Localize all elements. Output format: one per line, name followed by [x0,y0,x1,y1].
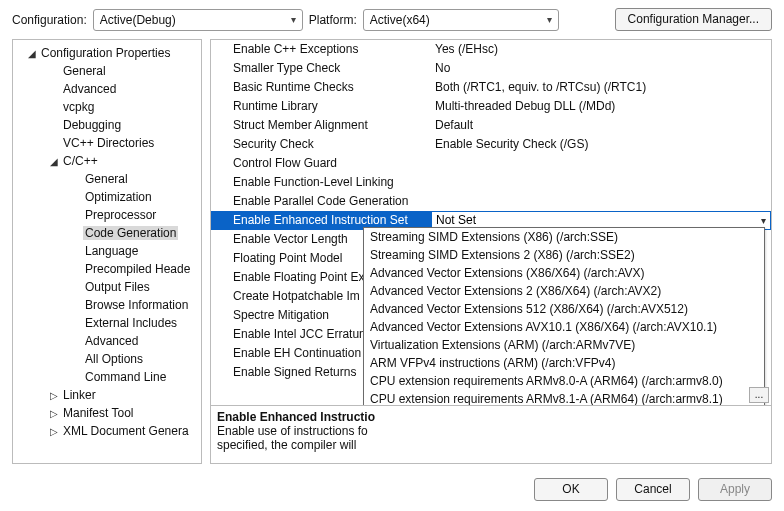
tree-item[interactable]: Advanced [13,332,201,350]
tree-label: C/C++ [61,154,100,168]
dropdown-option[interactable]: CPU extension requirements ARMv8.1-A (AR… [364,390,764,406]
tree-label: All Options [83,352,145,366]
property-name: Control Flow Guard [211,154,431,173]
apply-button[interactable]: Apply [698,478,772,501]
tree-label: General [61,64,108,78]
property-row[interactable]: Smaller Type CheckNo [211,59,771,78]
description-title: Enable Enhanced Instructio [217,410,765,424]
dropdown-option[interactable]: CPU extension requirements ARMv8.0-A (AR… [364,372,764,390]
ok-button[interactable]: OK [534,478,608,501]
tree-label: Code Generation [83,226,178,240]
tree-label: Linker [61,388,98,402]
tree-item[interactable]: ▷Manifest Tool [13,404,201,422]
tree-label: Manifest Tool [61,406,135,420]
configuration-combo[interactable]: Active(Debug) ▾ [93,9,303,31]
property-value[interactable]: Both (/RTC1, equiv. to /RTCsu) (/RTC1) [431,78,771,97]
tree-label: Debugging [61,118,123,132]
tree-item[interactable]: Browse Information [13,296,201,314]
property-row[interactable]: Control Flow Guard [211,154,771,173]
property-row[interactable]: Struct Member AlignmentDefault [211,116,771,135]
property-name: Struct Member Alignment [211,116,431,135]
platform-combo[interactable]: Active(x64) ▾ [363,9,559,31]
property-name: Security Check [211,135,431,154]
expander-icon[interactable]: ▷ [47,426,61,437]
description-body: specified, the compiler will [217,438,765,452]
expander-icon[interactable]: ◢ [25,48,39,59]
property-row[interactable]: Basic Runtime ChecksBoth (/RTC1, equiv. … [211,78,771,97]
tree-item[interactable]: vcpkg [13,98,201,116]
tree-item[interactable]: Code Generation [13,224,201,242]
property-value[interactable] [431,192,771,211]
instruction-set-dropdown[interactable]: Streaming SIMD Extensions (X86) (/arch:S… [363,227,765,406]
property-row[interactable]: Enable C++ ExceptionsYes (/EHsc) [211,40,771,59]
tree-label: Preprocessor [83,208,158,222]
tree-item[interactable]: Optimization [13,188,201,206]
tree-label: VC++ Directories [61,136,156,150]
dropdown-option[interactable]: Advanced Vector Extensions 512 (X86/X64)… [364,300,764,318]
tree-label: XML Document Genera [61,424,191,438]
expander-icon[interactable]: ▷ [47,390,61,401]
tree-item[interactable]: Output Files [13,278,201,296]
property-value[interactable] [431,154,771,173]
property-row[interactable]: Runtime LibraryMulti-threaded Debug DLL … [211,97,771,116]
tree-item[interactable]: General [13,62,201,80]
dropdown-option[interactable]: Streaming SIMD Extensions 2 (X86) (/arch… [364,246,764,264]
property-name: Enable C++ Exceptions [211,40,431,59]
tree-label: vcpkg [61,100,96,114]
tree-label: External Includes [83,316,179,330]
tree-item[interactable]: All Options [13,350,201,368]
expander-icon[interactable]: ▷ [47,408,61,419]
tree-item[interactable]: Command Line [13,368,201,386]
tree-label: Advanced [61,82,118,96]
dropdown-option[interactable]: Advanced Vector Extensions 2 (X86/X64) (… [364,282,764,300]
property-value[interactable]: Enable Security Check (/GS) [431,135,771,154]
tree-item[interactable]: Advanced [13,80,201,98]
description-pane: Enable Enhanced Instructio Enable use of… [210,406,772,464]
tree-label: Language [83,244,140,258]
tree-item-configuration-properties[interactable]: ◢ Configuration Properties [13,44,201,62]
tree-item[interactable]: Language [13,242,201,260]
tree-item[interactable]: External Includes [13,314,201,332]
property-name: Enable Parallel Code Generation [211,192,431,211]
tree-item[interactable]: ▷Linker [13,386,201,404]
tree-label: Configuration Properties [39,46,172,60]
tree-label: Output Files [83,280,152,294]
platform-label: Platform: [309,13,357,27]
property-value[interactable]: Yes (/EHsc) [431,40,771,59]
tree-label: General [83,172,130,186]
configuration-manager-button[interactable]: Configuration Manager... [615,8,772,31]
configuration-label: Configuration: [12,13,87,27]
tree-label: Precompiled Heade [83,262,192,276]
more-button[interactable]: ... [749,387,769,403]
tree-label: Command Line [83,370,168,384]
dropdown-option[interactable]: Streaming SIMD Extensions (X86) (/arch:S… [364,228,764,246]
dropdown-option[interactable]: Advanced Vector Extensions AVX10.1 (X86/… [364,318,764,336]
tree-label: Advanced [83,334,140,348]
dropdown-option[interactable]: Virtualization Extensions (ARM) (/arch:A… [364,336,764,354]
tree-item-c-cpp[interactable]: ◢ C/C++ [13,152,201,170]
property-name: Enable Function-Level Linking [211,173,431,192]
platform-value: Active(x64) [370,10,430,30]
tree-item[interactable]: VC++ Directories [13,134,201,152]
property-name: Smaller Type Check [211,59,431,78]
property-row[interactable]: Enable Function-Level Linking [211,173,771,192]
tree-label: Optimization [83,190,154,204]
dropdown-option[interactable]: Advanced Vector Extensions (X86/X64) (/a… [364,264,764,282]
property-value[interactable]: Multi-threaded Debug DLL (/MDd) [431,97,771,116]
dropdown-option[interactable]: ARM VFPv4 instructions (ARM) (/arch:VFPv… [364,354,764,372]
property-value[interactable]: No [431,59,771,78]
tree-label: Browse Information [83,298,190,312]
tree-pane: ◢ Configuration Properties GeneralAdvanc… [12,39,202,464]
tree-item[interactable]: Precompiled Heade [13,260,201,278]
tree-item[interactable]: Preprocessor [13,206,201,224]
property-row[interactable]: Enable Parallel Code Generation [211,192,771,211]
property-value[interactable]: Default [431,116,771,135]
expander-icon[interactable]: ◢ [47,156,61,167]
tree-item[interactable]: ▷XML Document Genera [13,422,201,440]
tree-item[interactable]: General [13,170,201,188]
property-value[interactable] [431,173,771,192]
property-grid: Enable C++ ExceptionsYes (/EHsc)Smaller … [210,39,772,406]
tree-item[interactable]: Debugging [13,116,201,134]
property-row[interactable]: Security CheckEnable Security Check (/GS… [211,135,771,154]
cancel-button[interactable]: Cancel [616,478,690,501]
